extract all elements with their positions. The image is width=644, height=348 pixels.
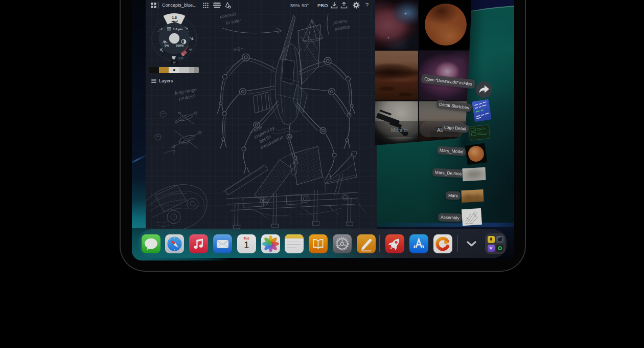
svg-text:to solar: to solar: [225, 17, 242, 26]
svg-text:satellite: satellite: [334, 24, 351, 32]
svg-text:connect: connect: [219, 11, 236, 19]
svg-text:V-2~: V-2~: [233, 46, 243, 52]
